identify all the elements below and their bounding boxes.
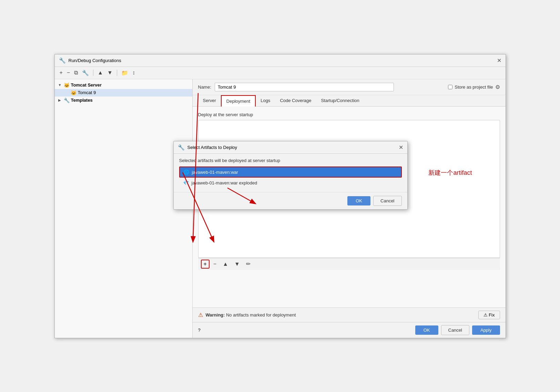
tomcat-9-icon: 🐱 bbox=[71, 90, 77, 96]
deploy-move-down-button[interactable]: ▼ bbox=[232, 260, 242, 268]
remove-config-button[interactable]: − bbox=[65, 69, 71, 77]
sidebar-item-templates[interactable]: ▶ 🔧 Templates bbox=[55, 97, 192, 104]
store-project-checkbox[interactable] bbox=[448, 85, 452, 89]
annotation-text: 新建一个artifact bbox=[428, 169, 472, 177]
tab-startup-connection[interactable]: Startup/Connection bbox=[316, 95, 364, 107]
settings-button[interactable]: 🔧 bbox=[81, 69, 90, 77]
store-project-label: Store as project file bbox=[455, 84, 493, 90]
artifact-war-exploded-icon: 💎 bbox=[183, 180, 189, 185]
bottom-bar: ⚠ Warning: No artifacts marked for deplo… bbox=[193, 308, 506, 322]
deploy-toolbar: + − ▲ ▼ ✏ bbox=[198, 258, 500, 270]
sidebar-item-label-tomcat-server: Tomcat Server bbox=[71, 82, 102, 88]
tree-arrow-tomcat-server: ▼ bbox=[58, 83, 62, 87]
move-down-button[interactable]: ▼ bbox=[106, 69, 114, 77]
artifact-war-exploded-label: javaweb-01-maven:war exploded bbox=[192, 180, 257, 185]
ok-button[interactable]: OK bbox=[415, 325, 438, 335]
warning-text: Warning: No artifacts marked for deploym… bbox=[206, 312, 296, 318]
window-icon: 🔧 bbox=[59, 57, 66, 64]
templates-icon: 🔧 bbox=[64, 98, 70, 103]
deploy-add-button[interactable]: + bbox=[201, 260, 210, 269]
tabs-bar: Server Deployment Logs Code Coverage Sta… bbox=[193, 95, 506, 107]
store-project-check: Store as project file ⚙ bbox=[448, 84, 500, 90]
name-label: Name: bbox=[198, 84, 211, 90]
window-title: Run/Debug Configurations bbox=[69, 58, 121, 63]
name-input[interactable] bbox=[215, 83, 394, 91]
tree-arrow-templates: ▶ bbox=[58, 98, 62, 102]
dialog-ok-button[interactable]: OK bbox=[347, 196, 370, 205]
deploy-edit-button[interactable]: ✏ bbox=[244, 260, 253, 268]
artifact-item-war-exploded[interactable]: 💎 javaweb-01-maven:war exploded bbox=[179, 178, 402, 188]
title-bar-left: 🔧 Run/Debug Configurations bbox=[59, 57, 121, 64]
tomcat-server-icon: 🐱 bbox=[64, 82, 70, 88]
warning-icon: ⚠ bbox=[198, 312, 203, 318]
close-button[interactable]: ✕ bbox=[497, 57, 501, 64]
deploy-move-up-button[interactable]: ▲ bbox=[220, 260, 231, 268]
dialog-body: Selected artifacts will be deployed at s… bbox=[174, 154, 407, 192]
deploy-section-label: Deploy at the server startup bbox=[198, 112, 500, 117]
footer-bar: ? OK Cancel Apply bbox=[193, 322, 506, 338]
dialog-subtitle: Selected artifacts will be deployed at s… bbox=[179, 158, 402, 163]
tab-code-coverage[interactable]: Code Coverage bbox=[275, 95, 316, 107]
toolbar-separator-2 bbox=[117, 70, 117, 76]
toolbar-separator bbox=[93, 70, 93, 76]
dialog-title-bar: 🔧 Select Artifacts to Deploy ✕ bbox=[174, 141, 407, 154]
dialog-close-button[interactable]: ✕ bbox=[399, 144, 403, 151]
sidebar-item-tomcat-9[interactable]: 🐱 Tomcat 9 bbox=[55, 89, 192, 97]
dialog-footer: OK Cancel bbox=[174, 192, 407, 209]
tab-logs[interactable]: Logs bbox=[256, 95, 275, 107]
toolbar: + − ⧉ 🔧 ▲ ▼ 📁 ↕ bbox=[55, 67, 506, 79]
name-row: Name: Store as project file ⚙ bbox=[193, 79, 506, 95]
move-up-button[interactable]: ▲ bbox=[96, 69, 104, 77]
tab-server[interactable]: Server bbox=[198, 95, 221, 107]
title-bar: 🔧 Run/Debug Configurations ✕ bbox=[55, 54, 506, 67]
folder-button[interactable]: 📁 bbox=[120, 69, 130, 77]
sidebar-item-label-templates: Templates bbox=[71, 98, 93, 103]
deploy-remove-button[interactable]: − bbox=[211, 260, 219, 268]
store-project-gear-icon[interactable]: ⚙ bbox=[495, 84, 500, 90]
dialog-cancel-button[interactable]: Cancel bbox=[373, 196, 401, 206]
apply-button[interactable]: Apply bbox=[472, 325, 500, 335]
dialog-title-text: Select Artifacts to Deploy bbox=[187, 145, 396, 150]
sidebar-item-label-tomcat-9: Tomcat 9 bbox=[78, 90, 96, 95]
sidebar-item-tomcat-server[interactable]: ▼ 🐱 Tomcat Server bbox=[55, 81, 192, 89]
artifact-war-icon: 🌐 bbox=[183, 169, 189, 175]
artifact-war-label: javaweb-01-maven:war bbox=[192, 170, 238, 175]
dialog-icon: 🔧 bbox=[178, 144, 185, 151]
cancel-button[interactable]: Cancel bbox=[441, 325, 469, 335]
footer-help-icon: ? bbox=[198, 328, 201, 333]
select-artifacts-dialog: 🔧 Select Artifacts to Deploy ✕ Selected … bbox=[173, 141, 408, 210]
add-config-button[interactable]: + bbox=[58, 69, 64, 77]
fix-button[interactable]: ⚠ Fix bbox=[478, 311, 500, 319]
artifact-item-war[interactable]: 🌐 javaweb-01-maven:war bbox=[179, 167, 402, 178]
tab-deployment[interactable]: Deployment bbox=[221, 95, 256, 107]
left-panel: ▼ 🐱 Tomcat Server 🐱 Tomcat 9 ▶ 🔧 Templat… bbox=[55, 79, 193, 338]
sort-button[interactable]: ↕ bbox=[131, 69, 136, 77]
copy-config-button[interactable]: ⧉ bbox=[73, 69, 79, 77]
